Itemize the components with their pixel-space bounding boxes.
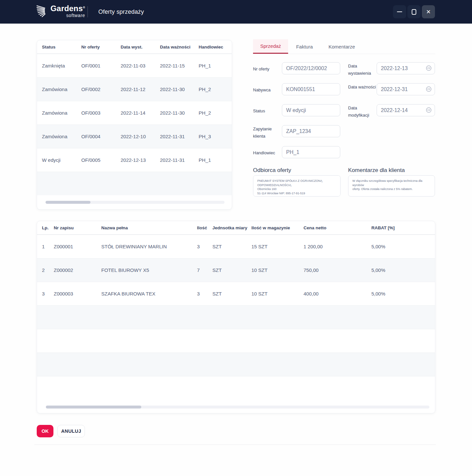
data-modyfikacji-label: Data modyfikacji — [348, 105, 376, 119]
odbiorca-oferty-heading: Odbiorca oferty — [253, 167, 291, 174]
offers-window: Gardens® software Oferty sprzedaży ✕ Sta… — [0, 0, 472, 476]
column-header: Cena netto — [304, 225, 371, 230]
cell-status: Zamknięta — [42, 63, 81, 68]
cell-cena-netto: 400,00 — [304, 291, 371, 296]
cell-data-waznosci: 2022-11-31 — [160, 134, 199, 139]
column-header: Data wyst. — [121, 45, 160, 49]
tab-sprzedaz[interactable]: Sprzedaż — [253, 39, 288, 54]
cancel-button[interactable]: ANULUJ — [57, 425, 85, 437]
gardens-fan-icon — [36, 3, 49, 19]
cell-lp: 1 — [42, 244, 54, 249]
column-header: Handlowiec — [199, 45, 232, 49]
table-row[interactable]: Zamówiona OF/0002 2022-11-12 2022-11-30 … — [37, 77, 232, 101]
cell-ilosc: 3 — [197, 244, 212, 249]
empty-row — [37, 305, 435, 329]
datepicker-icon[interactable] — [426, 107, 432, 113]
column-header: Lp. — [42, 225, 54, 230]
cell-jednostka: SZT — [212, 244, 251, 249]
cell-ilosc-magazyn: 10 SZT — [251, 267, 304, 273]
cell-handlowiec: PH_1 — [199, 157, 232, 163]
cell-nr-zapisu: Z000003 — [54, 291, 101, 296]
registered-mark: ® — [83, 6, 85, 9]
scrollbar-thumb[interactable] — [46, 406, 141, 409]
gardens-logo: Gardens® software — [36, 3, 85, 19]
tab-faktura[interactable]: Faktura — [288, 39, 321, 54]
table-row[interactable]: W edycji OF/0005 2022-12-13 2022-11-31 P… — [37, 148, 232, 172]
nr-oferty-label: Nr oferty — [253, 66, 281, 73]
odbiorca-oferty-field[interactable]: PNEUMAT SYSTEM SPÓŁKA Z OGRANICZONĄ ODPO… — [253, 175, 341, 197]
cell-cena-netto: 1 200,00 — [304, 244, 371, 249]
cell-data-wyst: 2022-12-10 — [121, 134, 160, 139]
cell-nazwa: FOTEL BIUROWY X5 — [101, 267, 197, 273]
column-header: Nr zapisu — [54, 225, 101, 230]
nabywca-field[interactable] — [282, 83, 340, 95]
cell-ilosc-magazyn: 15 SZT — [251, 244, 304, 249]
cell-handlowiec: PH_3 — [199, 134, 232, 139]
handlowiec-field[interactable] — [282, 146, 340, 158]
cell-rabat: 5,00% — [371, 267, 435, 273]
cell-ilosc: 3 — [197, 291, 212, 296]
cell-data-waznosci: 2022-11-31 — [160, 157, 199, 163]
zapytanie-klienta-field[interactable] — [282, 125, 340, 137]
nr-oferty-field[interactable] — [282, 62, 340, 74]
datepicker-icon[interactable] — [426, 86, 432, 92]
data-waznosci-label: Data ważności — [348, 84, 376, 91]
ok-button[interactable]: OK — [37, 425, 53, 437]
cell-ilosc-magazyn: 10 SZT — [251, 291, 304, 296]
zapytanie-klienta-label: Zapytanie klienta — [253, 125, 281, 140]
column-header: Jednsotka miary — [212, 225, 251, 230]
offers-horizontal-scrollbar[interactable] — [46, 201, 225, 204]
cell-cena-netto: 750,00 — [304, 267, 371, 273]
close-button[interactable]: ✕ — [422, 5, 435, 18]
cell-handlowiec: PH_2 — [199, 110, 232, 116]
datepicker-icon[interactable] — [426, 65, 432, 71]
cell-nr-oferty: OF/0003 — [81, 110, 121, 116]
items-table-header: Lp. Nr zapisu Nazwa pełna Ilość Jednsotk… — [37, 221, 435, 235]
empty-row — [37, 329, 435, 352]
cell-data-wyst: 2022-11-14 — [121, 110, 160, 116]
nabywca-label: Nabywca — [253, 86, 281, 94]
cell-lp: 3 — [42, 291, 54, 296]
items-horizontal-scrollbar[interactable] — [46, 406, 429, 409]
cell-data-waznosci: 2022-11-30 — [160, 86, 199, 92]
window-controls: ✕ — [393, 5, 435, 18]
column-header: Ilość w magazynie — [251, 225, 304, 230]
cell-data-waznosci: 2022-11-30 — [160, 110, 199, 116]
table-row[interactable]: Zamówiona OF/0004 2022-12-10 2022-11-31 … — [37, 124, 232, 148]
table-row[interactable]: 3 Z000003 SZAFKA BIUROWA TEX 3 SZT 10 SZ… — [37, 282, 435, 305]
handlowiec-label: Handlowiec — [253, 149, 281, 157]
titlebar-separator — [88, 6, 88, 17]
empty-row — [37, 172, 232, 195]
cell-nr-oferty: OF/0002 — [81, 86, 121, 92]
cell-data-wyst: 2022-11-03 — [121, 63, 160, 68]
minimize-icon — [397, 11, 402, 12]
column-header: Nazwa pełna — [101, 225, 197, 230]
cell-status: Zamówiona — [42, 86, 81, 92]
minimize-button[interactable] — [393, 5, 406, 18]
komentarze-dla-klienta-field[interactable]: W złączniku szczegółowa specyfikacja tec… — [348, 175, 435, 197]
column-header: Data ważności — [160, 45, 199, 49]
table-row[interactable]: 1 Z000001 STÓŁ DREWINIANY MARLIN 3 SZT 1… — [37, 235, 435, 258]
scrollbar-thumb[interactable] — [46, 201, 90, 204]
cell-nazwa: STÓŁ DREWINIANY MARLIN — [101, 244, 197, 249]
page-title: Oferty sprzedaży — [98, 0, 144, 24]
tab-komentarze[interactable]: Komentarze — [321, 39, 363, 54]
close-icon: ✕ — [426, 9, 431, 15]
table-row[interactable]: Zamówiona OF/0003 2022-11-14 2022-11-30 … — [37, 101, 232, 124]
cell-data-wyst: 2022-12-13 — [121, 157, 160, 163]
titlebar: Gardens® software Oferty sprzedaży ✕ — [0, 0, 472, 24]
logo-name: Gardens® — [50, 5, 85, 12]
empty-row — [37, 352, 435, 376]
komentarze-dla-klienta-heading: Komentarze dla klienta — [348, 167, 405, 174]
maximize-icon — [412, 9, 416, 15]
status-field[interactable] — [282, 104, 340, 116]
offers-table: Status Nr oferty Data wyst. Data ważnośc… — [37, 40, 232, 210]
data-wystawienia-label: Data wystawienia — [348, 63, 376, 77]
cell-nr-oferty: OF/0004 — [81, 134, 121, 139]
column-header: Status — [42, 45, 81, 49]
cell-nr-zapisu: Z000002 — [54, 267, 101, 273]
column-header: RABAT [%] — [371, 225, 435, 230]
table-row[interactable]: 2 Z000002 FOTEL BIUROWY X5 7 SZT 10 SZT … — [37, 258, 435, 282]
table-row[interactable]: Zamknięta OF/0001 2022-11-03 2022-11-15 … — [37, 54, 232, 77]
maximize-button[interactable] — [407, 5, 421, 18]
